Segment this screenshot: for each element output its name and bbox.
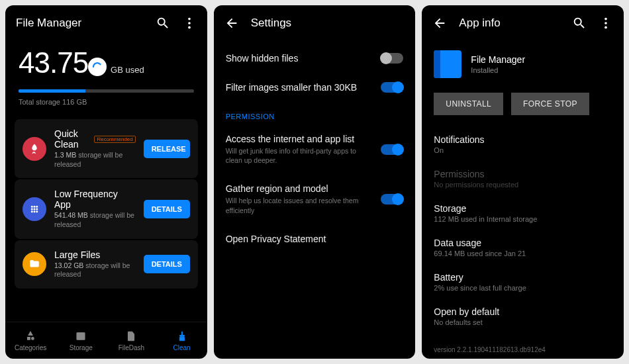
nav-filedash[interactable]: FileDash	[106, 322, 156, 359]
svg-point-14	[605, 18, 607, 21]
app-header: File Manager Installed	[422, 41, 624, 90]
card-large-files[interactable]: Large Files 13.02 GB storage will be rel…	[15, 240, 198, 289]
rocket-icon	[23, 137, 46, 161]
card-title: Large Files	[54, 250, 100, 260]
svg-point-5	[36, 206, 38, 208]
info-sub: 69.14 MB used since Jan 21	[434, 250, 612, 257]
storage-used-value: 43.75	[19, 46, 88, 79]
search-icon[interactable]	[572, 16, 587, 30]
nav-categories[interactable]: Categories	[5, 322, 56, 359]
more-icon[interactable]	[599, 16, 613, 30]
svg-point-4	[34, 206, 36, 208]
toggle-filter-images[interactable]	[381, 82, 403, 93]
details-button[interactable]: DETAILS	[144, 200, 190, 218]
grid-icon	[23, 197, 46, 221]
version-label: version 2.2.1.190411182613.db912e4	[422, 341, 624, 359]
info-notifications[interactable]: Notifications On	[422, 127, 624, 161]
settings-list: Show hidden files Filter images smaller …	[214, 41, 416, 359]
info-title: Storage	[434, 203, 612, 214]
storage-progress-fill	[19, 89, 85, 93]
back-icon[interactable]	[432, 16, 447, 30]
info-sub: No permissions requested	[434, 181, 612, 189]
nav-label: Categories	[15, 344, 46, 351]
svg-point-6	[31, 208, 33, 210]
info-data-usage[interactable]: Data usage 69.14 MB used since Jan 21	[422, 230, 624, 265]
uninstall-button[interactable]: UNINSTALL	[434, 93, 503, 115]
svg-point-3	[31, 206, 33, 208]
nav-clean[interactable]: Clean	[157, 322, 207, 359]
info-title: Battery	[434, 272, 612, 283]
app-title: File Manager	[16, 17, 144, 30]
permission-section-header: PERMISSION	[214, 102, 416, 124]
svg-point-8	[36, 208, 38, 210]
info-list: Notifications On Permissions No permissi…	[422, 127, 624, 341]
svg-point-10	[34, 210, 36, 212]
svg-point-15	[605, 22, 607, 24]
setting-subtitle: Will help us locate issues and resolve t…	[226, 196, 373, 214]
setting-region-permission[interactable]: Gather region and model Will help us loc…	[214, 174, 416, 224]
info-permissions: Permissions No permissions requested	[422, 161, 624, 196]
refresh-icon[interactable]	[88, 58, 107, 76]
storage-progress	[19, 89, 194, 93]
storage-used-unit: GB used	[111, 65, 144, 75]
card-subtitle: 541.48 MB storage will be released	[54, 211, 136, 229]
setting-internet-permission[interactable]: Access the internet and app list Will ge…	[214, 124, 416, 174]
setting-hidden-files[interactable]: Show hidden files	[214, 44, 416, 73]
screen-app-info: App info File Manager Installed UNINSTAL…	[422, 5, 624, 359]
info-sub: No defaults set	[434, 318, 612, 326]
setting-title: Gather region and model	[226, 183, 373, 194]
app-icon	[434, 50, 461, 78]
storage-summary: 43.75 GB used Total storage 116 GB	[5, 41, 207, 115]
nav-label: Clean	[173, 344, 191, 351]
svg-point-1	[188, 22, 191, 24]
info-open-default[interactable]: Open by default No defaults set	[422, 299, 624, 334]
appbar: App info	[422, 5, 624, 41]
svg-point-16	[605, 26, 607, 29]
folder-icon	[23, 252, 46, 276]
screen-file-manager: File Manager 43.75 GB used Total storage…	[5, 5, 207, 359]
svg-point-0	[188, 18, 191, 21]
svg-point-9	[31, 210, 33, 212]
card-low-frequency[interactable]: Low Frequency App 541.48 MB storage will…	[15, 179, 198, 238]
nav-label: Storage	[70, 344, 93, 351]
force-stop-button[interactable]: FORCE STOP	[511, 93, 589, 115]
svg-point-2	[188, 26, 191, 29]
appbar: Settings	[214, 5, 416, 41]
appinfo-title: App info	[459, 17, 560, 30]
search-icon[interactable]	[156, 16, 170, 30]
info-title: Open by default	[434, 306, 612, 317]
card-title: Quick Clean	[54, 128, 90, 150]
toggle-region-permission[interactable]	[381, 194, 403, 205]
svg-point-11	[36, 210, 38, 212]
details-button[interactable]: DETAILS	[144, 255, 190, 273]
setting-title: Open Privacy Statement	[226, 234, 404, 244]
info-title: Permissions	[434, 169, 612, 179]
more-icon[interactable]	[182, 16, 197, 30]
setting-privacy-statement[interactable]: Open Privacy Statement	[214, 224, 416, 253]
setting-filter-images[interactable]: Filter images smaller than 30KB	[214, 73, 416, 102]
info-title: Notifications	[434, 134, 612, 145]
total-storage-label: Total storage 116 GB	[19, 98, 194, 106]
card-title: Low Frequency App	[54, 189, 136, 210]
toggle-hidden-files[interactable]	[381, 53, 403, 64]
info-battery[interactable]: Battery 2% use since last full charge	[422, 265, 624, 299]
setting-subtitle: Will get junk files info of third-party …	[226, 146, 373, 165]
info-sub: 2% use since last full charge	[434, 284, 612, 292]
screen-settings: Settings Show hidden files Filter images…	[214, 5, 416, 359]
setting-title: Show hidden files	[226, 53, 373, 64]
info-sub: 112 MB used in Internal storage	[434, 215, 612, 223]
info-storage[interactable]: Storage 112 MB used in Internal storage	[422, 196, 624, 230]
toggle-internet-permission[interactable]	[381, 144, 403, 155]
release-button[interactable]: RELEASE	[144, 140, 190, 158]
info-sub: On	[434, 146, 612, 154]
nav-label: FileDash	[119, 344, 144, 351]
settings-title: Settings	[251, 17, 405, 30]
nav-storage[interactable]: Storage	[56, 322, 106, 359]
button-row: UNINSTALL FORCE STOP	[422, 90, 624, 127]
clean-card-list: Quick Clean Recommended 1.3 MB storage w…	[5, 115, 207, 322]
card-subtitle: 13.02 GB storage will be released	[54, 261, 136, 279]
card-quick-clean[interactable]: Quick Clean Recommended 1.3 MB storage w…	[15, 119, 198, 178]
back-icon[interactable]	[224, 16, 239, 30]
setting-title: Filter images smaller than 30KB	[226, 82, 373, 93]
app-name: File Manager	[471, 54, 525, 65]
